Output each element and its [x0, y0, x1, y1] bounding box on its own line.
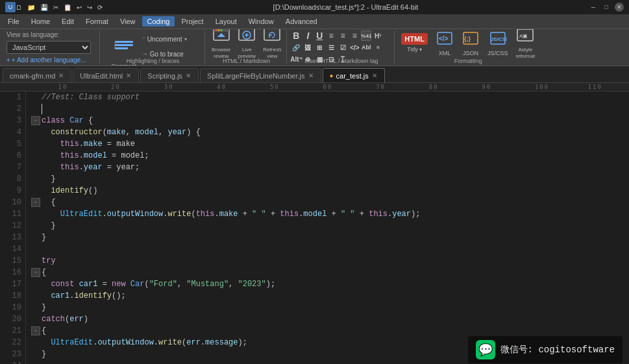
tab-scripting-close[interactable]: ✕ — [185, 72, 191, 79]
cursor — [42, 104, 42, 114]
linenum-5: 5 — [0, 138, 25, 150]
menu-file[interactable]: File — [3, 16, 25, 27]
linenum-9: 9 — [0, 185, 25, 197]
table-button[interactable]: ⊞ — [314, 42, 325, 53]
toolbar-icon-3[interactable]: 💾 — [40, 4, 48, 11]
tab-cartest-close[interactable]: ✕ — [371, 72, 378, 79]
browser-review-button[interactable]: Browserreview — [209, 29, 233, 59]
toolbar-icon-6[interactable]: ⟳ — [97, 4, 103, 11]
code-line-5: this . make = make — [31, 138, 624, 150]
maximize-button[interactable]: □ — [602, 3, 611, 12]
code-line-22: UltraEdit . outputWindow . write ( err .… — [31, 337, 624, 348]
fold-21[interactable]: - — [31, 326, 40, 335]
svg-text:JS/CSS: JS/CSS — [491, 36, 507, 42]
linenum-22: 22 — [0, 337, 25, 348]
tab-cmark-close[interactable]: ✕ — [58, 72, 64, 79]
list-button[interactable]: ☰ — [326, 42, 336, 53]
menu-project[interactable]: Project — [176, 16, 208, 27]
refresh-view-button[interactable]: Refreshview — [260, 29, 284, 59]
editor: 1 2 3 4 5 6 7 8 9 10 11 12 13 14 15 16 1… — [0, 91, 629, 364]
extra-btn-5[interactable]: ⊡ — [326, 54, 336, 64]
abbr-button[interactable]: Abl — [361, 42, 371, 53]
menu-format[interactable]: Format — [80, 16, 114, 27]
lang-label: View as language: — [6, 31, 95, 38]
jscss-icon: JS/CSS — [489, 29, 507, 49]
code-editor[interactable]: //Test: Class support - class Car { cons… — [26, 91, 629, 364]
bold-button[interactable]: B — [291, 30, 301, 41]
linenum-2: 2 — [0, 103, 25, 115]
titlebar: U 🗋 📁 💾 ✂ 📋 ↩ ↪ ⟳ [D:\Downloads\car_test… — [0, 0, 629, 14]
ruler: 10 20 30 40 50 60 70 80 90 100 110 120 — [0, 83, 629, 91]
underline-button[interactable]: U — [314, 30, 325, 41]
astyle-icon: A▣ — [516, 29, 534, 45]
tab-cmark[interactable]: cmark-gfm.md ✕ — [3, 68, 71, 82]
fold-16[interactable]: - — [31, 268, 40, 277]
extra-btn-2[interactable]: Alt⁺ — [291, 54, 301, 64]
toolbar-icon-2[interactable]: 📁 — [27, 4, 35, 11]
tab-splitlarge-close[interactable]: ✕ — [308, 72, 314, 79]
fold-3[interactable]: - — [31, 116, 40, 125]
tab-ultraedit[interactable]: UltraEdit.html ✕ — [73, 68, 139, 82]
tab-cartest[interactable]: ● car_test.js ✕ — [323, 68, 385, 82]
svg-rect-2 — [115, 47, 128, 49]
percent-badge[interactable]: %41 — [361, 30, 371, 41]
code-line-17: const car1 = new Car ( "Ford" , "Mustang… — [31, 278, 624, 290]
menu-layout[interactable]: Layout — [210, 16, 242, 27]
code-line-19: } — [31, 302, 624, 313]
linenum-4: 4 — [0, 127, 25, 138]
line-numbers: 1 2 3 4 5 6 7 8 9 10 11 12 13 14 15 16 1… — [0, 91, 26, 364]
tab-ultraedit-label: UltraEdit.html — [80, 72, 123, 80]
align-right-button[interactable]: ≡ — [349, 30, 360, 41]
linenum-17: 17 — [0, 278, 25, 290]
astyle-label: Astylereformat — [515, 47, 535, 59]
menu-edit[interactable]: Edit — [56, 16, 79, 27]
json-button[interactable]: {;} JSON — [459, 29, 482, 59]
toolbar-icon-5[interactable]: 📋 — [64, 4, 71, 11]
menu-home[interactable]: Home — [26, 16, 55, 27]
add-language-link[interactable]: + + Add another language... — [6, 56, 95, 64]
code-line-9: identify () — [31, 185, 624, 197]
tab-splitlarge[interactable]: SplitLargeFileByLineNumber.js ✕ — [200, 68, 321, 82]
italic-button[interactable]: I — [302, 30, 313, 41]
code-line-3: - class Car { — [31, 115, 624, 127]
html-tidy-button[interactable]: HTML Tidy ▾ — [399, 29, 430, 59]
code-button[interactable]: </> — [349, 42, 360, 53]
extra-btn-6[interactable]: T̲ — [338, 54, 348, 64]
redo-icon[interactable]: ↪ — [87, 4, 92, 11]
align-left-button[interactable]: ≡ — [326, 30, 336, 41]
image-button[interactable]: 🖼 — [302, 42, 313, 53]
checkbox-button[interactable]: ☑ — [338, 42, 348, 53]
close-button[interactable]: ✕ — [615, 3, 624, 12]
language-select[interactable]: JavaScript HTML CSS Python — [6, 41, 91, 54]
minimize-button[interactable]: ─ — [589, 3, 598, 12]
extra-btn-1[interactable]: ≈ — [373, 42, 383, 53]
undo-icon[interactable]: ↩ — [77, 4, 82, 11]
extra-btn-4[interactable]: ▦ — [314, 54, 325, 64]
menu-view[interactable]: View — [115, 16, 141, 27]
jscss-button[interactable]: JS/CSS JS/CSS — [485, 29, 511, 59]
h1-button[interactable]: H¹ — [373, 30, 383, 41]
linenum-7: 7 — [0, 162, 25, 173]
svg-text:</>: </> — [439, 35, 449, 42]
astyle-button[interactable]: A▣ Astylereformat — [513, 29, 537, 59]
comment-icon — [113, 38, 135, 63]
fold-10[interactable]: - — [31, 198, 40, 207]
toolbar-icon-1[interactable]: 🗋 — [16, 4, 22, 11]
linenum-1: 1 — [0, 91, 25, 103]
menu-window[interactable]: Window — [243, 16, 279, 27]
extra-btn-3[interactable]: ⊕ — [302, 54, 313, 64]
xml-button[interactable]: </> XML — [433, 29, 456, 59]
goto-brace-button[interactable]: → Go to brace — [140, 47, 195, 60]
live-preview-button[interactable]: Livepreview — [235, 29, 258, 59]
code-line-6: this . model = model; — [31, 150, 624, 162]
linenum-6: 6 — [0, 150, 25, 162]
menu-advanced[interactable]: Advanced — [280, 16, 323, 27]
uncomment-button[interactable]: ⁻ Uncomment ▾ — [140, 32, 195, 45]
toolbar-icon-4[interactable]: ✂ — [53, 4, 58, 11]
tab-ultraedit-close[interactable]: ✕ — [125, 72, 132, 79]
align-center-button[interactable]: ≡ — [338, 30, 348, 41]
json-icon: {;} — [462, 29, 480, 49]
tab-scripting[interactable]: Scripting.js ✕ — [140, 68, 199, 82]
menu-coding[interactable]: Coding — [142, 16, 175, 27]
link-button[interactable]: 🔗 — [291, 42, 301, 53]
